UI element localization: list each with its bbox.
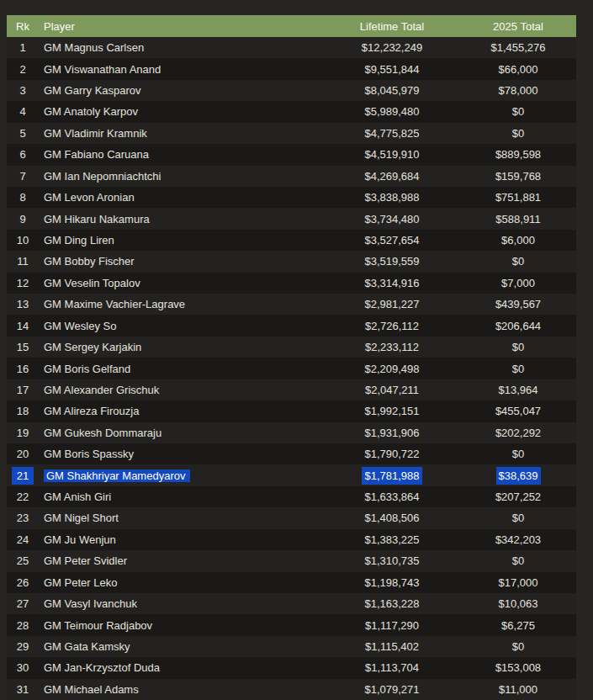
rank-cell: 10: [7, 234, 39, 247]
player-cell: GM Gukesh Dommaraju: [39, 427, 294, 439]
table-row[interactable]: 20 GM Boris Spassky $1,790,722 $0: [7, 443, 576, 464]
rank-cell: 29: [7, 640, 39, 653]
table-row[interactable]: 7 GM Ian Nepomniachtchi $4,269,684 $159,…: [7, 166, 576, 187]
total-2025-cell: $7,000: [490, 277, 576, 289]
rank-value: 6: [19, 148, 25, 161]
total-2025-value: $0: [512, 127, 524, 140]
table-row[interactable]: 5 GM Vladimir Kramnik $4,775,825 $0: [7, 123, 576, 144]
rank-cell: 25: [7, 554, 39, 567]
table-row[interactable]: 1 GM Magnus Carlsen $12,232,249 $1,455,2…: [7, 37, 576, 58]
total-2025-value: $202,292: [495, 427, 541, 439]
total-2025-cell: $0: [490, 554, 576, 567]
rank-value: 17: [17, 384, 29, 396]
total-2025-value: $206,644: [495, 320, 541, 332]
player-name: GM Michael Adams: [44, 683, 139, 696]
total-2025-cell: $6,275: [490, 619, 576, 632]
lifetime-cell: $1,113,704: [294, 661, 490, 674]
lifetime-cell: $3,838,988: [294, 191, 490, 204]
table-row[interactable]: 2 GM Viswanathan Anand $9,551,844 $66,00…: [7, 58, 576, 79]
table-row[interactable]: 26 GM Peter Leko $1,198,743 $17,000: [7, 572, 576, 593]
rank-cell: 28: [7, 619, 39, 632]
total-2025-value: $0: [512, 554, 524, 567]
total-2025-value: $751,881: [495, 191, 541, 204]
player-cell: GM Shakhriyar Mamedyarov: [39, 469, 294, 482]
rank-cell: 2: [7, 63, 39, 76]
table-row[interactable]: 25 GM Peter Svidler $1,310,735 $0: [7, 550, 576, 571]
lifetime-total-value: $2,209,498: [364, 363, 419, 375]
player-cell: GM Magnus Carlsen: [39, 41, 294, 54]
table-row[interactable]: 4 GM Anatoly Karpov $5,989,480 $0: [7, 101, 576, 122]
rank-value: 9: [19, 213, 25, 225]
table-row[interactable]: 22 GM Anish Giri $1,633,864 $207,252: [7, 486, 576, 507]
table-row[interactable]: 21 GM Shakhriyar Mamedyarov $1,781,988 $…: [7, 464, 576, 485]
table-row[interactable]: 11 GM Bobby Fischer $3,519,559 $0: [7, 251, 576, 272]
player-cell: GM Teimour Radjabov: [39, 619, 294, 632]
total-2025-cell: $17,000: [490, 576, 576, 589]
table-row[interactable]: 17 GM Alexander Grischuk $2,047,211 $13,…: [7, 379, 576, 400]
rank-cell: 18: [7, 405, 39, 417]
total-2025-cell: $0: [490, 363, 576, 375]
column-header-lifetime[interactable]: Lifetime Total: [294, 20, 490, 33]
lifetime-cell: $2,047,211: [294, 384, 490, 396]
total-2025-cell: $207,252: [490, 491, 576, 503]
player-name: GM Ian Nepomniachtchi: [44, 170, 161, 183]
player-cell: GM Levon Aronian: [39, 191, 294, 204]
total-2025-value: $6,000: [501, 234, 535, 247]
lifetime-total-value: $5,989,480: [364, 105, 419, 118]
table-row[interactable]: 28 GM Teimour Radjabov $1,117,290 $6,275: [7, 614, 576, 635]
lifetime-cell: $9,551,844: [294, 63, 490, 76]
table-row[interactable]: 15 GM Sergey Karjakin $2,233,112 $0: [7, 337, 576, 358]
column-header-rank[interactable]: Rk: [7, 20, 39, 33]
lifetime-total-value: $3,527,654: [364, 234, 419, 247]
lifetime-total-value: $1,310,735: [364, 554, 419, 567]
table-row[interactable]: 16 GM Boris Gelfand $2,209,498 $0: [7, 358, 576, 379]
lifetime-total-value: $1,117,290: [365, 619, 419, 632]
total-2025-value: $6,275: [501, 619, 535, 632]
table-row[interactable]: 12 GM Veselin Topalov $3,314,916 $7,000: [7, 273, 576, 294]
column-header-2025-total[interactable]: 2025 Total: [490, 20, 576, 33]
total-2025-value: $78,000: [499, 84, 538, 97]
lifetime-cell: $1,310,735: [294, 554, 490, 567]
rank-value: 15: [17, 341, 29, 353]
table-row[interactable]: 10 GM Ding Liren $3,527,654 $6,000: [7, 230, 576, 251]
table-row[interactable]: 6 GM Fabiano Caruana $4,519,910 $889,598: [7, 144, 576, 165]
rank-value: 28: [17, 619, 29, 632]
table-row[interactable]: 27 GM Vasyl Ivanchuk $1,163,228 $10,063: [7, 593, 576, 614]
player-cell: GM Anish Giri: [39, 491, 294, 503]
rank-value: 14: [17, 320, 29, 332]
rank-value: 31: [17, 683, 29, 696]
rank-cell: 17: [7, 384, 39, 396]
table-row[interactable]: 13 GM Maxime Vachier-Lagrave $2,981,227 …: [7, 294, 576, 315]
column-header-lifetime-label: Lifetime Total: [360, 20, 424, 33]
rank-cell: 1: [7, 41, 39, 54]
column-header-player[interactable]: Player: [39, 20, 294, 33]
table-row[interactable]: 18 GM Alireza Firouzja $1,992,151 $455,0…: [7, 400, 576, 422]
player-cell: GM Jan-Krzysztof Duda: [39, 661, 294, 674]
lifetime-total-value: $3,734,480: [364, 213, 419, 225]
table-row[interactable]: 31 GM Michael Adams $1,079,271 $11,000: [7, 679, 576, 700]
total-2025-cell: $455,047: [490, 405, 576, 417]
table-row[interactable]: 8 GM Levon Aronian $3,838,988 $751,881: [7, 187, 576, 208]
table-row[interactable]: 30 GM Jan-Krzysztof Duda $1,113,704 $153…: [7, 657, 576, 678]
table-row[interactable]: 23 GM Nigel Short $1,408,506 $0: [7, 507, 576, 528]
rank-cell: 4: [7, 105, 39, 118]
table-row[interactable]: 19 GM Gukesh Dommaraju $1,931,906 $202,2…: [7, 422, 576, 443]
rank-cell: 9: [7, 213, 39, 225]
rank-value: 8: [19, 191, 25, 204]
total-2025-value: $7,000: [501, 277, 535, 289]
player-name: GM Teimour Radjabov: [44, 619, 152, 632]
table-row[interactable]: 3 GM Garry Kasparov $8,045,979 $78,000: [7, 80, 576, 101]
player-cell: GM Vasyl Ivanchuk: [39, 597, 294, 610]
table-row[interactable]: 24 GM Ju Wenjun $1,383,225 $342,203: [7, 529, 576, 550]
table-row[interactable]: 29 GM Gata Kamsky $1,115,402 $0: [7, 636, 576, 657]
total-2025-cell: $439,567: [490, 298, 576, 310]
player-cell: GM Peter Leko: [39, 576, 294, 589]
player-name: GM Magnus Carlsen: [44, 41, 144, 54]
rank-cell: 14: [7, 320, 39, 332]
table-row[interactable]: 14 GM Wesley So $2,726,112 $206,644: [7, 315, 576, 336]
lifetime-cell: $1,079,271: [294, 683, 490, 696]
rank-value: 16: [17, 363, 29, 375]
table-row[interactable]: 9 GM Hikaru Nakamura $3,734,480 $588,911: [7, 208, 576, 229]
player-cell: GM Veselin Topalov: [39, 277, 294, 289]
total-2025-value: $342,203: [495, 533, 541, 546]
